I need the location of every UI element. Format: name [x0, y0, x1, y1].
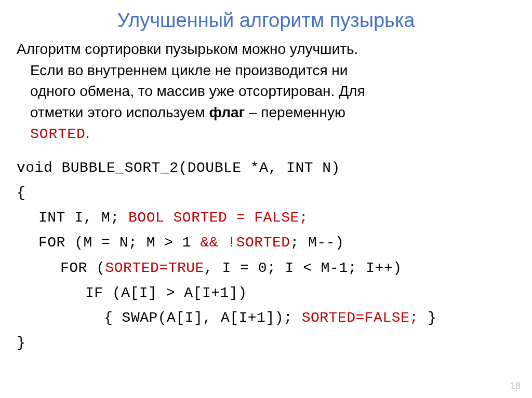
code-l7c: }	[419, 310, 437, 326]
flag-word: флаг	[209, 104, 245, 120]
page-number: 18	[510, 381, 521, 392]
code-l7b: SORTED=FALSE;	[302, 310, 419, 326]
code-l5a: FOR (	[60, 260, 105, 276]
code-l4b: && !SORTED	[200, 235, 290, 251]
code-line-8: }	[17, 331, 516, 355]
code-block: void BUBBLE_SORT_2(DOUBLE *A, INT N) { I…	[16, 156, 516, 355]
code-line-7: { SWAP(A[I], A[I+1]); SORTED=FALSE; }	[17, 306, 516, 331]
desc-line2b: одного обмена, то массив уже отсортирова…	[17, 81, 516, 102]
desc-line2a: Если во внутреннем цикле не производится…	[17, 60, 516, 81]
code-line-1: void BUBBLE_SORT_2(DOUBLE *A, INT N)	[17, 156, 516, 181]
code-line-3: INT I, M; BOOL SORTED = FALSE;	[17, 205, 516, 230]
code-line-5: FOR (SORTED=TRUE, I = 0; I < M-1; I++)	[17, 256, 516, 281]
code-line-6: IF (A[I] > A[I+1])	[17, 281, 516, 306]
code-l3a: INT I, M;	[38, 210, 128, 226]
desc-line2c: отметки этого используем флаг – переменн…	[17, 102, 516, 123]
code-l5c: , I = 0; I < M-1; I++)	[204, 260, 402, 276]
desc-sorted-line: SORTED.	[17, 123, 516, 145]
slide-title: Улучшенный алгоритм пузырька	[16, 9, 516, 32]
description-text: Алгоритм сортировки пузырьком можно улуч…	[16, 39, 516, 145]
code-l7a: { SWAP(A[I], A[I+1]);	[104, 310, 302, 326]
code-l3b: BOOL SORTED = FALSE;	[128, 210, 308, 226]
code-l4c: ; M--)	[290, 235, 344, 251]
code-line-2: {	[17, 181, 516, 205]
desc-period: .	[86, 125, 90, 141]
code-line-4: FOR (M = N; M > 1 && !SORTED; M--)	[17, 230, 516, 255]
sorted-keyword: SORTED	[30, 126, 86, 142]
desc-suffix: – переменную	[245, 104, 345, 120]
code-l5b: SORTED=TRUE	[105, 260, 204, 276]
desc-prefix: отметки этого используем	[30, 104, 209, 120]
code-l4a: FOR (M = N; M > 1	[38, 235, 200, 251]
desc-line1: Алгоритм сортировки пузырьком можно улуч…	[17, 41, 358, 57]
